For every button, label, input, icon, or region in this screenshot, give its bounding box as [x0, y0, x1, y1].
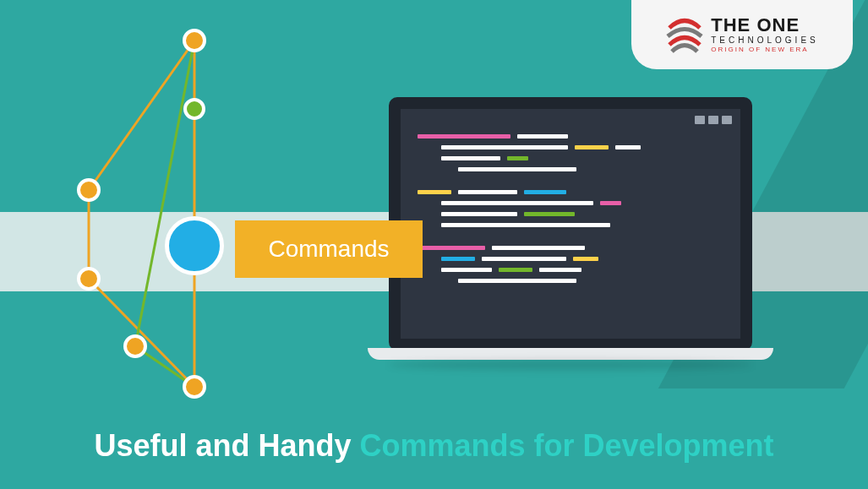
graph-node-green: [183, 98, 205, 120]
graph-node-center: [165, 216, 224, 275]
logo-tagline: ORIGIN OF NEW ERA: [711, 46, 818, 53]
headline-part1: Useful and Handy: [94, 428, 359, 463]
headline-part2: Commands for Development: [359, 428, 773, 463]
minimize-icon: [695, 116, 705, 124]
graph-node-bottom-left: [123, 334, 147, 358]
logo-subtitle: TECHNOLOGIES: [711, 36, 818, 45]
headline: Useful and Handy Commands for Developmen…: [0, 428, 868, 464]
laptop-screen: [389, 97, 752, 350]
laptop-shadow: [389, 360, 752, 370]
close-icon: [722, 116, 732, 124]
window-controls: [695, 116, 732, 124]
graph-node-top: [183, 29, 206, 52]
svg-line-6: [135, 41, 194, 346]
svg-line-4: [89, 279, 194, 387]
maximize-icon: [708, 116, 718, 124]
laptop-illustration: [368, 97, 773, 388]
code-editor-content: [418, 134, 723, 290]
logo-globe-icon: [665, 15, 704, 54]
graph-node-left-lower: [77, 267, 101, 291]
logo-card: THE ONE TECHNOLOGIES ORIGIN OF NEW ERA: [631, 0, 853, 69]
svg-line-2: [89, 41, 194, 190]
commands-label: Commands: [235, 220, 423, 278]
laptop-base: [368, 348, 773, 360]
logo-title: THE ONE: [711, 16, 818, 35]
graph-node-left-upper: [77, 178, 101, 202]
graph-node-bottom: [183, 375, 206, 399]
network-graph: [51, 25, 287, 397]
